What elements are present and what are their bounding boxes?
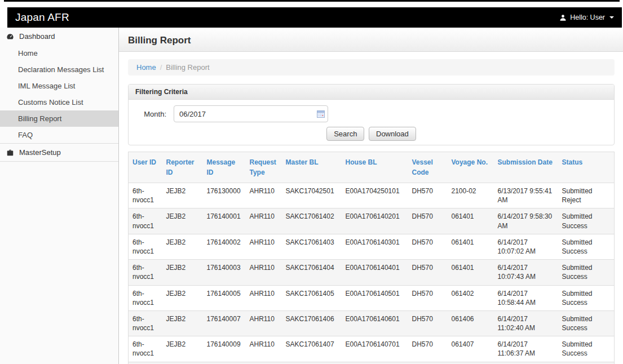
- table-row: 6th-nvocc1JEJB2176140003AHR110SAKC170614…: [129, 260, 615, 285]
- briefcase-icon: [6, 149, 14, 157]
- table-cell: [129, 362, 615, 364]
- table-cell: 061402: [448, 285, 494, 310]
- search-button[interactable]: Search: [326, 127, 364, 141]
- table-row: 6th-nvocc1JEJB2176140002AHR110SAKC170614…: [129, 234, 615, 259]
- breadcrumb-home[interactable]: Home: [136, 63, 156, 72]
- user-menu[interactable]: Hello: User: [559, 14, 614, 21]
- sidebar-group-dashboard[interactable]: Dashboard: [0, 28, 118, 45]
- column-header-request-type[interactable]: Request Type: [246, 152, 282, 183]
- column-header-submission-date[interactable]: Submission Date: [494, 152, 558, 183]
- table-cell: 6th-nvocc1: [129, 208, 162, 234]
- table-cell: E00A1704250101: [342, 183, 408, 208]
- table-cell: Submitted Reject: [558, 183, 615, 208]
- sidebar-item-home[interactable]: Home: [0, 45, 118, 61]
- table-row: 6th-nvocc1JEJB2176140001AHR110SAKC170614…: [129, 208, 615, 234]
- calendar-icon[interactable]: [317, 110, 325, 118]
- sidebar-group-label: Dashboard: [19, 32, 55, 41]
- table-cell: E00A1706140401: [342, 260, 408, 285]
- column-header-reporter-id[interactable]: Reporter ID: [162, 152, 203, 183]
- table-cell: SAKC17061403: [282, 234, 342, 259]
- table-cell: JEJB2: [162, 285, 203, 310]
- table-row: 6th-nvocc1JEJB2176140005AHR110SAKC170614…: [129, 285, 615, 310]
- table-row: 6th-nvocc1JEJB2176130000AHR110SAKC170425…: [129, 183, 615, 208]
- table-cell: 061407: [448, 336, 494, 362]
- table-row: 6th-nvocc1JEJB2176140007AHR110SAKC170614…: [129, 310, 615, 336]
- table-cell: E00A1706140501: [342, 285, 408, 310]
- table-cell: AHR110: [246, 260, 282, 285]
- sidebar-item-iml-message-list[interactable]: IML Message List: [0, 78, 118, 94]
- table-body: 6th-nvocc1JEJB2176130000AHR110SAKC170425…: [129, 183, 615, 364]
- table-cell: 6/14/2017 10:58:44 AM: [494, 285, 558, 310]
- table-cell: AHR110: [246, 208, 282, 234]
- page-title: Billing Report: [128, 35, 614, 46]
- table-cell: E00A1706140201: [342, 208, 408, 234]
- table-cell: Submitted Success: [558, 310, 615, 336]
- table-cell: SAKC17061405: [282, 285, 342, 310]
- sidebar-item-faq[interactable]: FAQ: [0, 127, 118, 143]
- table-cell: 176130000: [203, 183, 246, 208]
- table-row-partial: [129, 362, 615, 364]
- table-cell: 6/14/2017 10:07:02 AM: [494, 234, 558, 259]
- table-cell: 6th-nvocc1: [129, 260, 162, 285]
- table-cell: DH570: [408, 234, 448, 259]
- column-header-master-bl[interactable]: Master BL: [282, 152, 342, 183]
- column-header-message-id[interactable]: Message ID: [203, 152, 246, 183]
- column-header-user-id[interactable]: User ID: [129, 152, 162, 183]
- column-header-house-bl[interactable]: House BL: [342, 152, 408, 183]
- sidebar-item-customs-notice-list[interactable]: Customs Notice List: [0, 94, 118, 110]
- table-cell: 176140003: [203, 260, 246, 285]
- table-cell: AHR110: [246, 285, 282, 310]
- table-cell: 6/14/2017 10:07:43 AM: [494, 260, 558, 285]
- table-cell: 176140009: [203, 336, 246, 362]
- month-label: Month:: [135, 110, 166, 118]
- table-cell: 6/14/2017 9:58:30 AM: [494, 208, 558, 234]
- brand-title[interactable]: Japan AFR: [15, 11, 69, 24]
- table-cell: 176140002: [203, 234, 246, 259]
- main-content: Billing Report Home/Billing Report Filte…: [119, 28, 623, 364]
- table-cell: Submitted Success: [558, 260, 615, 285]
- table-header-row: User IDReporter IDMessage IDRequest Type…: [129, 152, 615, 183]
- table-cell: DH570: [408, 310, 448, 336]
- table-cell: AHR110: [246, 234, 282, 259]
- table-cell: SAKC17061404: [282, 260, 342, 285]
- billing-table: User IDReporter IDMessage IDRequest Type…: [128, 152, 615, 364]
- sidebar-group-mastersetup[interactable]: MasterSetup: [0, 144, 118, 161]
- sidebar-item-declaration-messages-list[interactable]: Declaration Messages List: [0, 61, 118, 78]
- table-cell: E00A1706140601: [342, 310, 408, 336]
- filter-panel-title: Filtering Criteria: [129, 85, 614, 100]
- top-rule: [4, 0, 620, 2]
- month-input[interactable]: [174, 105, 328, 122]
- table-cell: DH570: [408, 208, 448, 234]
- table-cell: DH570: [408, 336, 448, 362]
- table-cell: 061401: [448, 234, 494, 259]
- download-button[interactable]: Download: [369, 127, 416, 141]
- table-cell: SAKC17042501: [282, 183, 342, 208]
- table-cell: 6/14/2017 11:06:37 AM: [494, 336, 558, 362]
- sidebar-nav: DashboardHomeDeclaration Messages ListIM…: [0, 28, 118, 162]
- table-cell: E00A1706140301: [342, 234, 408, 259]
- column-header-voyage-no[interactable]: Voyage No.: [448, 152, 494, 183]
- filter-panel: Filtering Criteria Month: Search D: [128, 84, 615, 145]
- table-cell: 061401: [448, 208, 494, 234]
- table-cell: 6/14/2017 11:02:40 AM: [494, 310, 558, 336]
- app-navbar: Japan AFR Hello: User: [7, 7, 622, 28]
- page-header: Billing Report: [119, 28, 623, 52]
- table-cell: 6th-nvocc1: [129, 310, 162, 336]
- table-cell: 061401: [448, 260, 494, 285]
- column-header-vessel-code[interactable]: Vessel Code: [408, 152, 448, 183]
- table-cell: Submitted Success: [558, 234, 615, 259]
- table-cell: 176140005: [203, 285, 246, 310]
- table-cell: 2100-02: [448, 183, 494, 208]
- sidebar-item-billing-report[interactable]: Billing Report: [0, 110, 118, 127]
- table-cell: AHR110: [246, 310, 282, 336]
- table-cell: Submitted Success: [558, 336, 615, 362]
- filter-panel-body: Month: Search Download: [129, 100, 614, 145]
- user-icon: [559, 14, 567, 21]
- table-cell: 6/13/2017 9:55:41 AM: [494, 183, 558, 208]
- column-header-status[interactable]: Status: [558, 152, 615, 183]
- table-cell: JEJB2: [162, 183, 203, 208]
- breadcrumb: Home/Billing Report: [128, 59, 615, 76]
- table-cell: JEJB2: [162, 234, 203, 259]
- table-cell: SAKC17061407: [282, 336, 342, 362]
- table-cell: E00A1706140701: [342, 336, 408, 362]
